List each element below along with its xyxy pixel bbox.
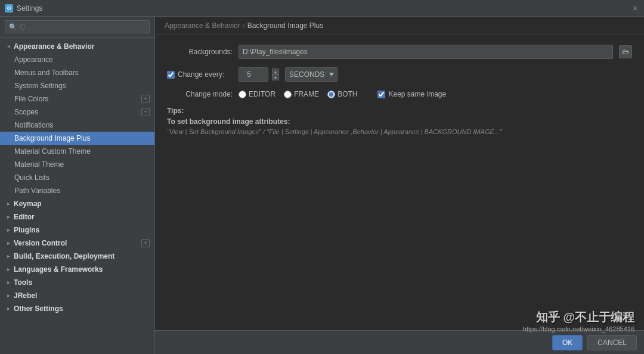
backgrounds-label: Backgrounds: — [167, 48, 233, 56]
keep-same-text: Keep same image — [388, 90, 446, 98]
frame-radio[interactable] — [284, 91, 292, 98]
sidebar-item-label: Notifications — [14, 121, 53, 129]
cancel-button[interactable]: CANCEL — [587, 335, 637, 350]
both-radio[interactable] — [327, 91, 335, 98]
change-every-row: Change every: ▲ ▼ SECONDSMINUTESHOURS — [167, 67, 632, 82]
sidebar-item-label: Menus and Toolbars — [14, 69, 79, 77]
search-bar-inner[interactable]: 🔍 — [5, 20, 150, 33]
title-bar-left: ⚙ Settings — [5, 4, 42, 13]
badge-icon: + — [141, 108, 150, 116]
sidebar-item-label: Quick Lists — [14, 173, 49, 182]
window-title: Settings — [17, 4, 42, 13]
tips-section: Tips: To set background image attributes… — [167, 107, 632, 135]
bottom-bar: OK CANCEL — [155, 330, 644, 354]
sidebar-item-jrebel[interactable]: ▸JRebel — [0, 289, 154, 302]
chevron-icon: ▸ — [7, 214, 10, 220]
sidebar-item-label: Scopes — [14, 108, 38, 116]
frame-radio-label[interactable]: FRAME — [284, 90, 319, 98]
search-bar: 🔍 — [0, 17, 154, 38]
sidebar-item-label: File Colors — [14, 95, 48, 103]
sidebar-item-label: Build, Execution, Deployment — [14, 252, 114, 260]
time-unit-select[interactable]: SECONDSMINUTESHOURS — [285, 67, 338, 82]
chevron-icon: ▸ — [7, 201, 10, 207]
sidebar-item-system-settings[interactable]: System Settings — [0, 79, 154, 92]
sidebar-item-editor[interactable]: ▸Editor — [0, 210, 154, 223]
backgrounds-input[interactable] — [239, 45, 613, 59]
main-layout: 🔍 ▾Appearance & BehaviorAppearanceMenus … — [0, 17, 644, 354]
badge-icon: + — [141, 95, 150, 103]
sidebar-item-build-execution[interactable]: ▸Build, Execution, Deployment — [0, 250, 154, 263]
sidebar-item-other-settings[interactable]: ▸Other Settings — [0, 302, 154, 315]
keep-same-checkbox-label[interactable]: Keep same image — [377, 90, 446, 98]
editor-radio[interactable] — [239, 91, 246, 98]
sidebar-item-label: Material Theme — [14, 160, 64, 169]
sidebar-item-label: Other Settings — [14, 305, 63, 313]
chevron-icon: ▸ — [7, 240, 10, 246]
chevron-icon: ▸ — [7, 266, 10, 272]
sidebar-item-path-variables[interactable]: Path Variables — [0, 184, 154, 197]
change-every-number[interactable] — [239, 67, 268, 82]
sidebar-item-notifications[interactable]: Notifications — [0, 119, 154, 132]
radio-group: EDITOR FRAME BOTH Keep same image — [239, 90, 446, 98]
badge-icon: + — [141, 239, 150, 247]
breadcrumb: Appearance & Behavior › Background Image… — [155, 17, 644, 35]
sidebar-item-plugins[interactable]: ▸Plugins — [0, 223, 154, 237]
breadcrumb-current: Background Image Plus — [247, 21, 323, 30]
change-mode-row: Change mode: EDITOR FRAME BOTH — [167, 90, 632, 98]
sidebar-item-version-control[interactable]: ▸Version Control+ — [0, 237, 154, 250]
chevron-icon: ▸ — [7, 227, 10, 233]
close-button[interactable]: × — [631, 4, 639, 13]
sidebar-item-label: Appearance — [14, 55, 53, 64]
chevron-icon: ▾ — [6, 45, 12, 48]
sidebar-item-label: Editor — [14, 213, 35, 221]
settings-icon: ⚙ — [5, 4, 13, 13]
sidebar-item-menus-toolbars[interactable]: Menus and Toolbars — [0, 66, 154, 79]
sidebar-item-quick-lists[interactable]: Quick Lists — [0, 171, 154, 184]
change-every-checkbox-label[interactable]: Change every: — [167, 70, 233, 79]
sidebar-item-label: System Settings — [14, 82, 66, 90]
change-mode-label: Change mode: — [167, 90, 233, 98]
spinner-down[interactable]: ▼ — [272, 74, 279, 80]
chevron-icon: ▸ — [7, 306, 10, 312]
folder-button[interactable]: 🗁 — [619, 45, 632, 58]
sidebar-item-appearance-behavior[interactable]: ▾Appearance & Behavior — [0, 40, 154, 53]
sidebar-item-label: Path Variables — [14, 187, 60, 195]
sidebar-item-label: Background Image Plus — [14, 134, 90, 142]
keep-same-checkbox[interactable] — [377, 91, 385, 98]
sidebar-item-label: Tools — [14, 278, 32, 287]
ok-button[interactable]: OK — [552, 335, 583, 350]
spinner-up[interactable]: ▲ — [272, 69, 279, 74]
breadcrumb-parent: Appearance & Behavior — [165, 21, 240, 30]
search-input[interactable] — [20, 23, 145, 31]
sidebar-item-label: Keymap — [14, 200, 42, 208]
content-area: Appearance & Behavior › Background Image… — [155, 17, 644, 354]
editor-radio-text: EDITOR — [249, 90, 275, 98]
chevron-icon: ▸ — [7, 280, 10, 285]
sidebar-item-label: Material Custom Theme — [14, 147, 91, 156]
sidebar-item-appearance[interactable]: Appearance — [0, 53, 154, 66]
change-every-checkbox[interactable] — [167, 71, 175, 79]
editor-radio-label[interactable]: EDITOR — [239, 90, 275, 98]
sidebar-item-scopes[interactable]: Scopes+ — [0, 105, 154, 119]
sidebar-item-label: Version Control — [14, 239, 67, 247]
sidebar-item-keymap[interactable]: ▸Keymap — [0, 197, 154, 210]
breadcrumb-sep: › — [243, 21, 245, 30]
change-every-text: Change every: — [178, 70, 224, 79]
both-radio-label[interactable]: BOTH — [327, 90, 357, 98]
search-icon: 🔍 — [9, 23, 17, 31]
sidebar-item-file-colors[interactable]: File Colors+ — [0, 92, 154, 105]
sidebar-item-languages-frameworks[interactable]: ▸Languages & Frameworks — [0, 263, 154, 276]
sidebar-item-label: Plugins — [14, 226, 39, 234]
sidebar-content: ▾Appearance & BehaviorAppearanceMenus an… — [0, 38, 154, 354]
backgrounds-row: Backgrounds: 🗁 — [167, 45, 632, 59]
sidebar-item-material-theme[interactable]: Material Theme — [0, 158, 154, 171]
frame-radio-text: FRAME — [294, 90, 319, 98]
title-bar: ⚙ Settings × — [0, 0, 644, 17]
spinner-buttons: ▲ ▼ — [272, 69, 279, 80]
sidebar-item-material-custom-theme[interactable]: Material Custom Theme — [0, 145, 154, 158]
tips-code: "View | Set Background Images" / "File |… — [167, 128, 632, 135]
sidebar-item-tools[interactable]: ▸Tools — [0, 276, 154, 289]
sidebar: 🔍 ▾Appearance & BehaviorAppearanceMenus … — [0, 17, 155, 354]
chevron-icon: ▸ — [7, 293, 10, 299]
sidebar-item-background-image-plus[interactable]: Background Image Plus — [0, 132, 154, 145]
